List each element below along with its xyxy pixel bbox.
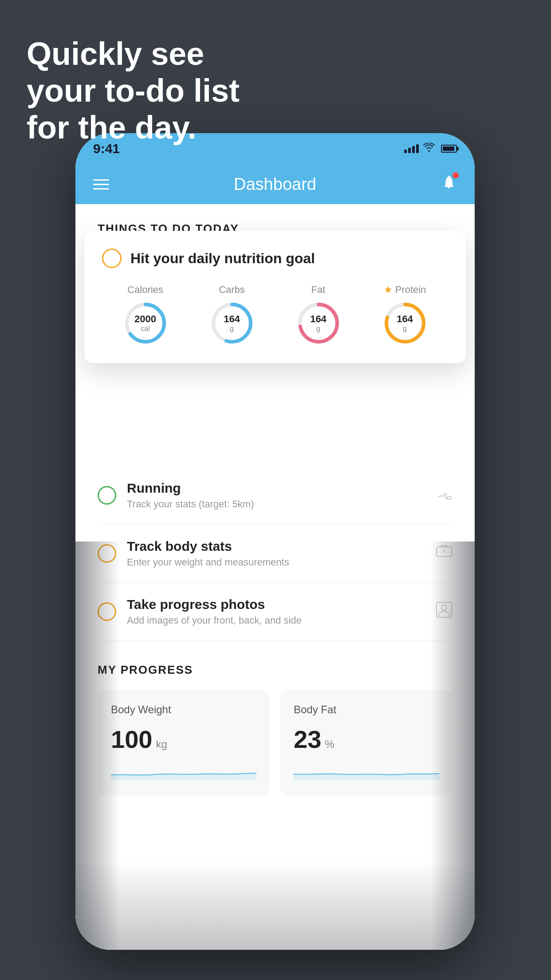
protein-star-icon: ★ [384, 284, 393, 296]
notification-dot [453, 172, 459, 178]
calories-value: 2000 [134, 313, 156, 325]
notification-bell-icon[interactable] [441, 174, 457, 195]
fat-ring: 164 g [296, 301, 341, 345]
phone-mockup: 9:41 Dashb [75, 133, 475, 950]
nutrition-circles: Calories 2000 cal Carbs [102, 284, 448, 345]
headline-line2: your to-do list [27, 72, 240, 109]
progress-card-weight: Body Weight 100 kg [98, 690, 270, 795]
running-icon [435, 486, 453, 505]
progress-section: MY PROGRESS Body Weight 100 kg [75, 641, 475, 795]
progress-card-fat: Body Fat 23 % [280, 690, 453, 795]
task-sub-running: Track your stats (target: 5km) [127, 498, 424, 510]
fat-label: Fat [311, 284, 326, 296]
wifi-icon [423, 143, 435, 154]
fat-card-title: Body Fat [294, 703, 439, 716]
task-circle-nutrition[interactable] [102, 249, 122, 268]
weight-value-container: 100 kg [111, 725, 256, 754]
task-circle-running [98, 486, 116, 505]
calories-label: Calories [127, 284, 163, 296]
weight-unit: kg [156, 738, 167, 751]
task-sub-bodystats: Enter your weight and measurements [127, 557, 425, 568]
fat-value-container: 23 % [294, 725, 439, 754]
svg-point-13 [441, 605, 447, 610]
person-icon [436, 601, 453, 622]
fat-percent-unit: % [325, 738, 334, 751]
protein-value: 164 [397, 313, 413, 325]
fat-unit: g [310, 325, 327, 333]
task-name-running: Running [127, 481, 424, 496]
battery-icon [441, 145, 457, 153]
task-item-running[interactable]: Running Track your stats (target: 5km) [98, 466, 453, 525]
protein-ring: 164 g [383, 301, 427, 345]
task-item-bodystats[interactable]: Track body stats Enter your weight and m… [98, 525, 453, 583]
weight-card-title: Body Weight [111, 703, 256, 716]
carbs-label: Carbs [219, 284, 245, 296]
status-icons [404, 143, 457, 154]
hamburger-menu[interactable] [93, 179, 109, 190]
progress-title: MY PROGRESS [98, 663, 453, 677]
task-sub-photos: Add images of your front, back, and side [127, 615, 425, 626]
calories-unit: cal [134, 325, 156, 333]
task-info-running: Running Track your stats (target: 5km) [127, 481, 424, 510]
signal-icon [404, 144, 419, 153]
task-info-bodystats: Track body stats Enter your weight and m… [127, 539, 425, 568]
main-content: THINGS TO DO TODAY Hit your daily nutrit… [75, 204, 475, 950]
nutrition-card: Hit your daily nutrition goal Calories 2… [84, 231, 466, 363]
nutrition-protein: ★ Protein 164 g [383, 284, 427, 345]
progress-cards: Body Weight 100 kg Body Fat [98, 690, 453, 795]
carbs-value: 164 [224, 313, 240, 325]
nutrition-calories: Calories 2000 cal [123, 284, 168, 345]
carbs-unit: g [224, 325, 240, 333]
scale-icon [436, 543, 453, 564]
task-circle-photos [98, 602, 116, 621]
protein-label: Protein [395, 284, 426, 296]
task-name-bodystats: Track body stats [127, 539, 425, 554]
nav-bar: Dashboard [75, 164, 475, 204]
task-name-photos: Take progress photos [127, 597, 425, 612]
nutrition-card-title: Hit your daily nutrition goal [130, 250, 315, 267]
headline-line3: for the day. [27, 109, 240, 146]
fat-sparkline [294, 763, 439, 782]
weight-number: 100 [111, 725, 152, 754]
weight-sparkline [111, 763, 256, 782]
card-header: Hit your daily nutrition goal [102, 249, 448, 268]
nutrition-fat: Fat 164 g [296, 284, 341, 345]
task-list: Running Track your stats (target: 5km) T… [75, 466, 475, 641]
nav-title: Dashboard [234, 175, 316, 194]
calories-ring: 2000 cal [123, 301, 168, 345]
protein-unit: g [397, 325, 413, 333]
headline: Quickly see your to-do list for the day. [27, 36, 240, 146]
task-item-photos[interactable]: Take progress photos Add images of your … [98, 583, 453, 641]
fat-number: 23 [294, 725, 321, 754]
fat-value: 164 [310, 313, 327, 325]
nutrition-carbs: Carbs 164 g [210, 284, 254, 345]
task-info-photos: Take progress photos Add images of your … [127, 597, 425, 626]
headline-line1: Quickly see [27, 36, 240, 72]
task-circle-bodystats [98, 544, 116, 563]
carbs-ring: 164 g [210, 301, 254, 345]
